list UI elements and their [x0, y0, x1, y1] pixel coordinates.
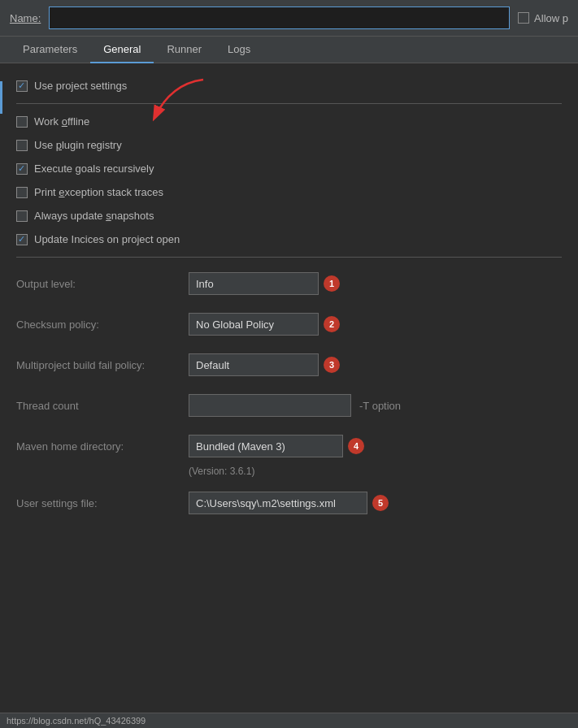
content-area: Use project settings Work offline Use pl…: [0, 63, 578, 534]
output-level-dropdown[interactable]: Info Debug Warn Error: [189, 272, 319, 295]
checkbox-row-work-offline: Work offline: [16, 112, 562, 131]
checksum-policy-badge: 2: [324, 316, 340, 332]
user-settings-file-input[interactable]: [189, 492, 367, 514]
thread-count-label: Thread count: [16, 400, 179, 412]
form-row-user-settings-file: User settings file: 5: [16, 485, 562, 521]
tab-general[interactable]: General: [90, 37, 154, 63]
maven-home-directory-label: Maven home directory:: [16, 440, 179, 453]
url-bar: https://blog.csdn.net/hQ_43426399: [0, 713, 578, 728]
multiproject-build-fail-policy-dropdown[interactable]: Default Never After At End Always: [189, 353, 319, 376]
allow-p-container: Allow p: [518, 12, 568, 24]
allow-p-label: Allow p: [534, 12, 568, 24]
form-row-maven-home-directory: Maven home directory: Bundled (Maven 3) …: [16, 428, 562, 464]
version-text: (Version: 3.6.1): [189, 466, 562, 477]
tab-runner[interactable]: Runner: [154, 37, 215, 63]
form-row-multiproject-build-fail-policy: Multiproject build fail policy: Default …: [16, 347, 562, 383]
output-level-label: Output level:: [16, 278, 179, 290]
checkbox-label-execute-goals-recursively: Execute goals recursively: [34, 162, 154, 175]
maven-home-directory-dropdown[interactable]: Bundled (Maven 3) Custom: [189, 435, 343, 457]
t-option-label: -T option: [359, 400, 401, 412]
output-level-control-wrap: Info Debug Warn Error 1: [189, 272, 562, 295]
tabs-bar: Parameters General Runner Logs: [0, 37, 578, 63]
multiproject-build-fail-policy-label: Multiproject build fail policy:: [16, 359, 179, 371]
checkbox-label-use-project-settings: Use project settings: [34, 80, 127, 92]
checkbox-label-print-exception-stack-traces: Print exception stack traces: [34, 186, 163, 198]
left-border-indicator: [0, 81, 2, 114]
checkbox-label-work-offline: Work offline: [34, 115, 89, 128]
user-settings-file-badge: 5: [372, 495, 389, 511]
output-level-badge: 1: [324, 275, 340, 292]
checkbox-row-print-exception-stack-traces: Print exception stack traces: [16, 183, 562, 202]
checkbox-row-execute-goals-recursively: Execute goals recursively: [16, 159, 562, 178]
tab-logs[interactable]: Logs: [215, 37, 263, 63]
user-settings-file-label: User settings file:: [16, 497, 179, 509]
checksum-policy-dropdown[interactable]: No Global Policy Strict Warn Fail: [189, 313, 319, 336]
multiproject-build-fail-policy-control-wrap: Default Never After At End Always 3: [189, 353, 562, 376]
name-input[interactable]: [49, 6, 510, 29]
checkbox-always-update-snapshots[interactable]: [16, 210, 28, 222]
checkbox-execute-goals-recursively[interactable]: [16, 163, 28, 175]
thread-count-control-wrap: -T option: [189, 394, 562, 417]
maven-home-directory-badge: 4: [348, 438, 364, 454]
form-row-output-level: Output level: Info Debug Warn Error 1: [16, 266, 562, 301]
checkbox-print-exception-stack-traces[interactable]: [16, 187, 28, 198]
checksum-policy-control-wrap: No Global Policy Strict Warn Fail 2: [189, 313, 562, 336]
separator-1: [16, 103, 562, 104]
checkbox-work-offline[interactable]: [16, 116, 28, 128]
checkbox-row-always-update-snapshots: Always update snapshots: [16, 206, 562, 225]
form-row-checksum-policy: Checksum policy: No Global Policy Strict…: [16, 306, 562, 342]
checkbox-label-update-indices: Update Incices on project open: [34, 233, 180, 245]
checksum-policy-label: Checksum policy:: [16, 318, 179, 331]
checkbox-row-update-indices: Update Incices on project open: [16, 230, 562, 249]
form-row-thread-count: Thread count -T option: [16, 388, 562, 423]
name-label: Name:: [10, 12, 41, 24]
checkbox-label-always-update-snapshots: Always update snapshots: [34, 210, 154, 222]
maven-home-directory-control-wrap: Bundled (Maven 3) Custom 4: [189, 435, 562, 457]
checkbox-update-indices[interactable]: [16, 234, 28, 245]
allow-p-checkbox[interactable]: [518, 12, 529, 24]
separator-2: [16, 257, 562, 258]
multiproject-build-fail-policy-badge: 3: [324, 357, 340, 373]
checkbox-use-project-settings[interactable]: [16, 80, 28, 92]
checkbox-use-plugin-registry[interactable]: [16, 140, 28, 151]
checkbox-row-use-plugin-registry: Use plugin registry: [16, 136, 562, 154]
top-bar: Name: Allow p: [0, 0, 578, 37]
user-settings-file-control-wrap: 5: [189, 492, 562, 514]
tab-parameters[interactable]: Parameters: [10, 37, 90, 63]
checkbox-label-use-plugin-registry: Use plugin registry: [34, 139, 122, 151]
thread-count-input[interactable]: [189, 394, 351, 417]
checkbox-row-use-project-settings: Use project settings: [16, 76, 562, 95]
